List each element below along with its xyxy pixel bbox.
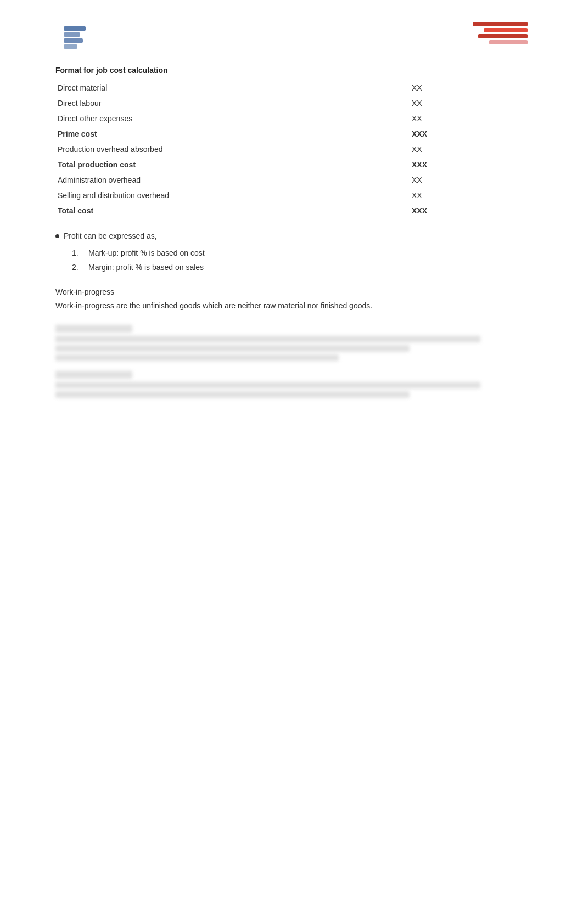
table-row: Total production costXXX — [55, 157, 528, 172]
table-cell-label: Direct labour — [55, 95, 410, 111]
table-cell-value: XXX — [410, 203, 528, 218]
blurred-line-2b — [55, 391, 410, 398]
table-cell-label: Total production cost — [55, 157, 410, 172]
blurred-line-1a — [55, 336, 480, 342]
section-title: Format for job cost calculation — [55, 66, 528, 75]
table-row: Prime costXXX — [55, 126, 528, 142]
wip-title: Work-in-progress — [55, 288, 528, 296]
svg-rect-3 — [64, 44, 77, 49]
table-cell-label: Production overhead absorbed — [55, 142, 410, 157]
table-row: Direct labourXX — [55, 95, 528, 111]
table-cell-label: Prime cost — [55, 126, 410, 142]
blurred-line-1c — [55, 354, 339, 361]
blurred-line-1b — [55, 345, 410, 352]
profit-intro-text: Profit can be expressed as, — [64, 232, 157, 240]
bullet-item-profit: Profit can be expressed as, — [55, 232, 528, 240]
table-cell-label: Direct material — [55, 80, 410, 95]
table-cell-value: XX — [410, 95, 528, 111]
table-cell-value: XX — [410, 111, 528, 126]
table-row: Total costXXX — [55, 203, 528, 218]
blurred-heading-1 — [55, 325, 132, 333]
list-item-text: Mark-up: profit % is based on cost — [88, 249, 205, 257]
table-cell-label: Administration overhead — [55, 172, 410, 188]
table-row: Administration overheadXX — [55, 172, 528, 188]
table-row: Production overhead absorbedXX — [55, 142, 528, 157]
bullet-section: Profit can be expressed as, 1.Mark-up: p… — [55, 232, 528, 274]
logo-bar-1 — [473, 22, 528, 26]
logo-bar-4 — [489, 40, 528, 44]
table-cell-value: XX — [410, 80, 528, 95]
blurred-heading-2 — [55, 371, 132, 379]
blurred-line-2a — [55, 382, 480, 388]
logo-left-icon — [61, 24, 88, 54]
blurred-item-1 — [55, 325, 528, 361]
table-cell-label: Total cost — [55, 203, 410, 218]
table-cell-value: XXX — [410, 157, 528, 172]
svg-rect-2 — [64, 38, 83, 43]
list-item-num: 2. — [72, 263, 83, 272]
table-cell-label: Selling and distribution overhead — [55, 188, 410, 203]
logo-bar-3 — [478, 34, 528, 38]
table-row: Direct other expensesXX — [55, 111, 528, 126]
blurred-section-1 — [55, 325, 528, 398]
logo-right — [462, 22, 528, 52]
svg-rect-0 — [64, 26, 86, 31]
table-cell-value: XX — [410, 188, 528, 203]
table-row: Direct materialXX — [55, 80, 528, 95]
wip-text: Work-in-progress are the unfinished good… — [55, 300, 528, 312]
table-cell-label: Direct other expenses — [55, 111, 410, 126]
blurred-item-2 — [55, 371, 528, 398]
profit-list-item: 1.Mark-up: profit % is based on cost — [55, 246, 528, 260]
list-item-text: Margin: profit % is based on sales — [88, 263, 204, 272]
bullet-dot — [55, 234, 59, 238]
table-cell-value: XX — [410, 142, 528, 157]
table-row: Selling and distribution overheadXX — [55, 188, 528, 203]
cost-table: Direct materialXXDirect labourXXDirect o… — [55, 80, 528, 218]
table-cell-value: XXX — [410, 126, 528, 142]
wip-section: Work-in-progress Work-in-progress are th… — [55, 288, 528, 312]
profit-list-item: 2.Margin: profit % is based on sales — [55, 260, 528, 274]
logo-left — [55, 22, 94, 55]
svg-rect-1 — [64, 32, 80, 37]
profit-list: 1.Mark-up: profit % is based on cost2.Ma… — [55, 246, 528, 274]
list-item-num: 1. — [72, 249, 83, 257]
table-cell-value: XX — [410, 172, 528, 188]
header — [55, 22, 528, 55]
logo-bar-2 — [484, 28, 528, 32]
